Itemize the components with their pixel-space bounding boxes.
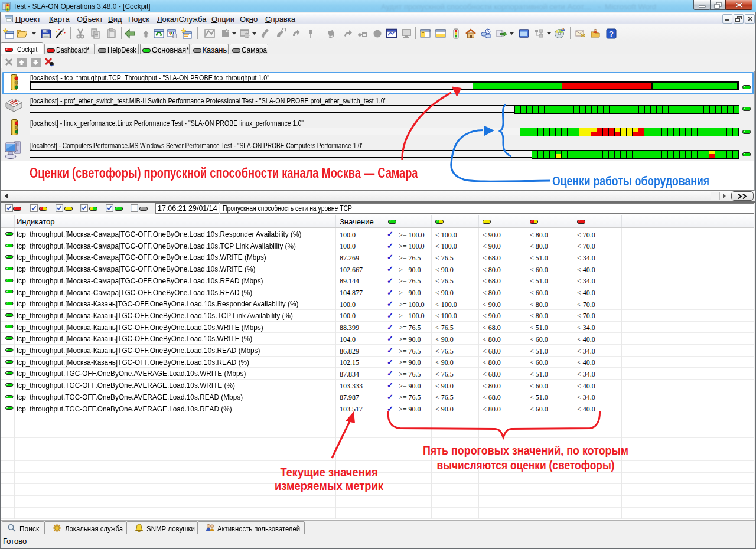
svg-text:?: ? <box>609 30 614 38</box>
